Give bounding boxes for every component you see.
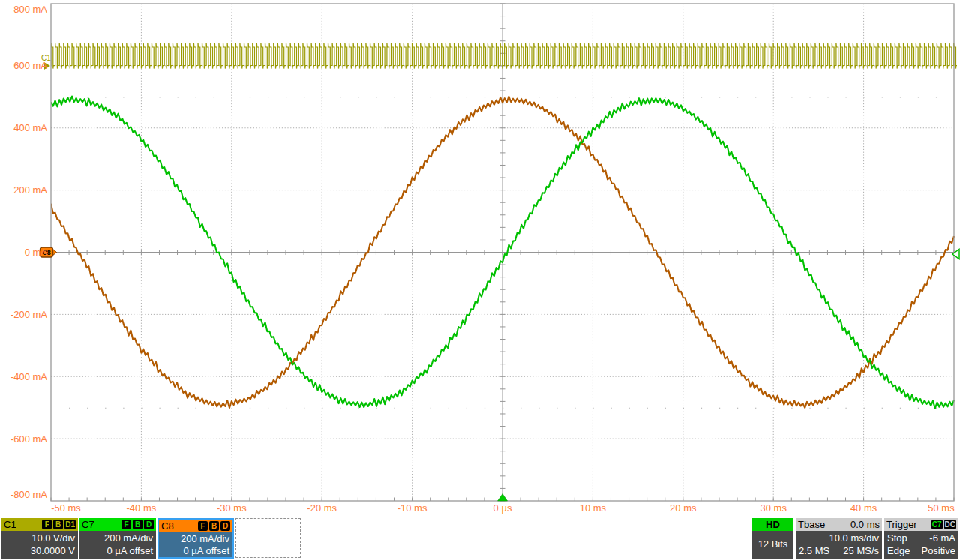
channel-c7-badges: F B D — [122, 520, 154, 529]
channel-c8-scale: 200 mA/div — [162, 533, 230, 545]
badge-b-icon: B — [53, 520, 63, 529]
minor-dot — [268, 408, 268, 409]
hd-label: HD — [766, 519, 780, 530]
minor-dot — [592, 97, 593, 97]
minor-dot — [538, 408, 539, 409]
minor-dot — [846, 408, 847, 409]
hd-body: 12 Bits — [752, 531, 794, 559]
trigger-body: Stop -6 mA Edge Positive — [884, 531, 958, 559]
minor-dot — [611, 97, 612, 97]
minor-dot — [629, 97, 630, 97]
minor-dot — [737, 408, 738, 409]
minor-dot — [286, 97, 286, 97]
minor-dot — [827, 408, 828, 409]
minor-dot — [665, 97, 666, 97]
badge-b-icon: B — [209, 521, 219, 531]
minor-dot — [358, 97, 358, 97]
minor-dot — [936, 97, 937, 97]
channel-c8-badges: F B D — [198, 521, 230, 531]
empty-channel-slot[interactable] — [236, 518, 301, 558]
channel-c1-offset: 30.0000 V — [4, 544, 75, 557]
minor-dot — [466, 408, 467, 409]
minor-dot — [882, 97, 883, 97]
timebase-header: Tbase 0.0 ms — [796, 518, 882, 531]
minor-dot — [701, 97, 702, 97]
minor-dot — [719, 97, 720, 97]
timebase-sampling: 2.5 MS 25 MS/s — [799, 544, 879, 557]
x-axis-tick-label: 30 ms — [760, 502, 787, 514]
y-axis-tick-label: 600 mA — [14, 60, 47, 71]
x-axis-tick-label: 40 ms — [850, 502, 878, 514]
trigger-level: -6 mA — [929, 532, 956, 544]
minor-dot — [160, 97, 160, 97]
acquisition-hd-box[interactable]: HD 12 Bits — [752, 518, 794, 559]
minor-dot — [322, 97, 322, 97]
channel-c7-scale: 200 mA/div — [82, 532, 153, 544]
badge-d1-icon: D1 — [64, 520, 76, 529]
x-axis-tick-label: -40 ms — [127, 502, 157, 514]
minor-dot — [556, 97, 557, 97]
badge-d-icon: D — [220, 521, 230, 531]
minor-dot — [430, 408, 431, 409]
y-axis-tick-label: -400 mA — [10, 371, 47, 382]
minor-dot — [466, 97, 467, 97]
minor-dot — [123, 408, 124, 409]
minor-dot — [358, 408, 358, 409]
channel-descriptor-c8[interactable]: C8 F B D 200 mA/div 0 µA offset — [158, 518, 234, 559]
trigger-label: Trigger — [886, 519, 917, 530]
trigger-coupling-badge: DC — [944, 520, 956, 529]
minor-dot — [484, 97, 485, 97]
minor-dot — [809, 97, 810, 97]
minor-dot — [376, 97, 376, 97]
minor-dot — [791, 408, 792, 409]
minor-dot — [394, 408, 395, 409]
minor-dot — [665, 408, 666, 409]
minor-dot — [250, 97, 250, 97]
waveform-graticule[interactable]: C1C8800 mA600 mA400 mA200 mA0 mA-200 mA-… — [0, 0, 960, 560]
minor-dot — [538, 97, 539, 97]
minor-dot — [918, 408, 919, 409]
minor-dot — [448, 97, 449, 97]
minor-dot — [864, 408, 865, 409]
timebase-scale: 10.0 ms/div — [799, 532, 879, 544]
channel-c7-body: 200 mA/div 0 µA offset — [80, 531, 156, 559]
x-axis-tick-label: 20 ms — [670, 502, 697, 514]
badge-f-icon: F — [122, 520, 131, 529]
minor-dot — [268, 97, 268, 97]
minor-dot — [412, 97, 413, 97]
minor-dot — [647, 97, 648, 97]
minor-dot — [918, 97, 919, 97]
y-axis-tick-label: 200 mA — [14, 184, 47, 196]
minor-dot — [141, 408, 142, 409]
minor-dot — [87, 97, 88, 97]
minor-dot — [69, 97, 70, 97]
channel-c1-header: C1 F B D1 — [2, 518, 78, 531]
x-axis-tick-label: -50 ms — [51, 502, 81, 514]
minor-dot — [791, 97, 792, 97]
x-axis-tick-label: -10 ms — [398, 502, 428, 514]
minor-dot — [232, 97, 232, 97]
channel-c1-label: C1 — [4, 519, 16, 530]
trigger-box[interactable]: Trigger C7 DC Stop -6 mA Edge Positive — [884, 518, 958, 559]
timebase-box[interactable]: Tbase 0.0 ms 10.0 ms/div 2.5 MS 25 MS/s — [796, 518, 882, 559]
minor-dot — [105, 97, 106, 97]
y-axis-tick-label: -800 mA — [10, 489, 47, 500]
minor-dot — [719, 408, 720, 409]
channel-descriptor-c1[interactable]: C1 F B D1 10.0 V/div 30.0000 V — [2, 518, 78, 559]
channel-c8-header: C8 F B D — [159, 520, 232, 532]
minor-dot — [484, 408, 485, 409]
minor-dot — [809, 408, 810, 409]
minor-dot — [322, 408, 322, 409]
minor-dot — [340, 97, 340, 97]
minor-dot — [611, 408, 612, 409]
trigger-badges: C7 DC — [932, 520, 956, 529]
minor-dot — [340, 408, 340, 409]
badge-d-icon: D — [144, 520, 154, 529]
minor-dot — [141, 97, 142, 97]
timebase-label: Tbase — [798, 519, 825, 530]
channel-descriptor-c7[interactable]: C7 F B D 200 mA/div 0 µA offset — [80, 518, 156, 559]
minor-dot — [629, 408, 630, 409]
channel-c8-label: C8 — [161, 520, 174, 532]
hd-bits: 12 Bits — [755, 532, 790, 557]
badge-b-icon: B — [133, 520, 142, 529]
